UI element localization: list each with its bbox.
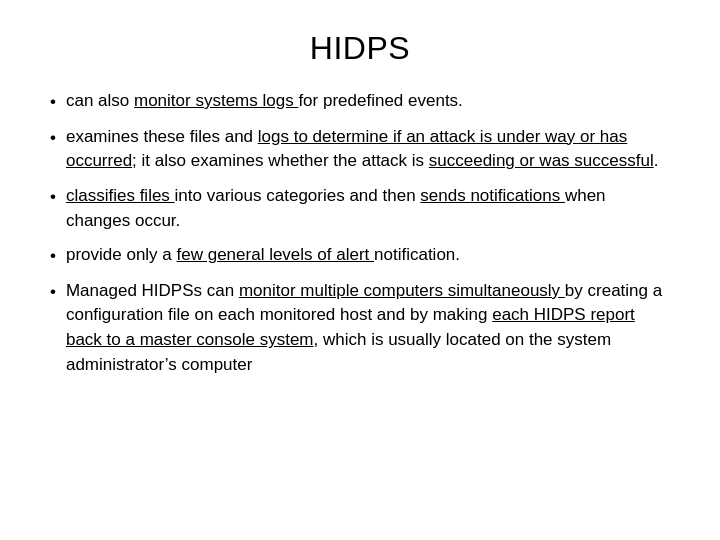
underline-text: sends notifications xyxy=(420,186,565,205)
underline-text: each HIDPS report back to a master conso… xyxy=(66,305,635,349)
bullet-text-5: Managed HIDPSs can monitor multiple comp… xyxy=(66,279,670,378)
bullet-text-1: can also monitor systems logs for predef… xyxy=(66,89,670,114)
content-area: •can also monitor systems logs for prede… xyxy=(50,89,670,387)
bullet-dot-3: • xyxy=(50,185,56,210)
page-title: HIDPS xyxy=(310,30,410,67)
bullet-dot-4: • xyxy=(50,244,56,269)
underline-text: monitor systems logs xyxy=(134,91,298,110)
underline-text: classifies files xyxy=(66,186,175,205)
bullet-dot-1: • xyxy=(50,90,56,115)
bullet-list: •can also monitor systems logs for prede… xyxy=(50,89,670,377)
bullet-text-4: provide only a few general levels of ale… xyxy=(66,243,670,268)
bullet-text-2: examines these files and logs to determi… xyxy=(66,125,670,174)
bullet-item-5: •Managed HIDPSs can monitor multiple com… xyxy=(50,279,670,378)
underline-text: monitor multiple computers simultaneousl… xyxy=(239,281,565,300)
bullet-dot-2: • xyxy=(50,126,56,151)
underline-text: succeeding or was successful xyxy=(429,151,654,170)
bullet-item-1: •can also monitor systems logs for prede… xyxy=(50,89,670,115)
bullet-item-3: •classifies files into various categorie… xyxy=(50,184,670,233)
underline-text: few general levels of alert xyxy=(177,245,375,264)
bullet-dot-5: • xyxy=(50,280,56,305)
bullet-text-3: classifies files into various categories… xyxy=(66,184,670,233)
bullet-item-2: •examines these files and logs to determ… xyxy=(50,125,670,174)
bullet-item-4: •provide only a few general levels of al… xyxy=(50,243,670,269)
